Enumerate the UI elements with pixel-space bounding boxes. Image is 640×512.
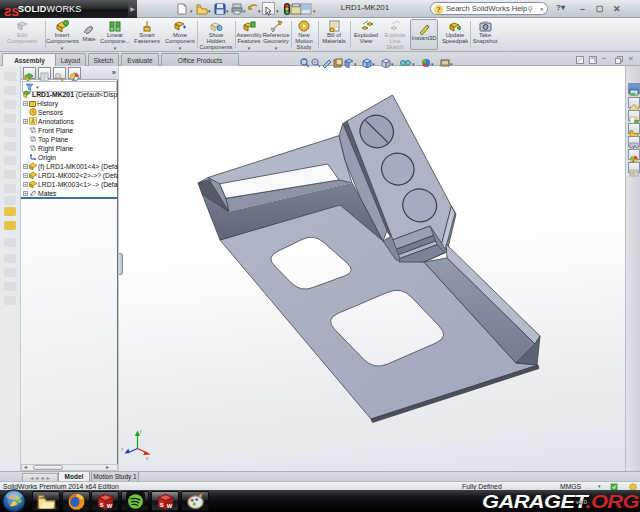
svg-text:x: x: [146, 455, 149, 461]
svg-text:Y: Y: [139, 429, 143, 435]
svg-text:z: z: [121, 446, 124, 452]
